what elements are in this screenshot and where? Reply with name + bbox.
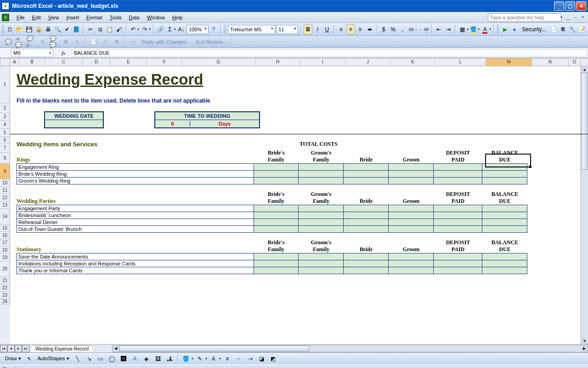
worksheet-grid[interactable]: ABCDEFGHIJKLMNO 123456789101112131415161…	[0, 58, 588, 344]
name-box[interactable]: M9	[11, 49, 53, 57]
value-cell[interactable]	[299, 260, 344, 267]
menu-file[interactable]: File	[13, 13, 28, 22]
row-header-6[interactable]: 6	[0, 137, 10, 144]
value-cell[interactable]	[254, 171, 299, 178]
prev-comment-icon[interactable]: ◀💬	[15, 37, 25, 47]
borders-dropdown-icon[interactable]: ▾	[467, 27, 469, 31]
ink-icon[interactable]: ✎	[72, 37, 82, 47]
col-header-F[interactable]: F	[147, 58, 182, 66]
row-header-19[interactable]: 19	[0, 254, 10, 261]
row-header-15[interactable]: 15	[0, 224, 10, 232]
menu-help[interactable]: Help	[169, 13, 187, 22]
row-header-22[interactable]: 22	[0, 284, 10, 292]
align-right-icon[interactable]: ≡	[356, 24, 365, 34]
value-cell[interactable]	[344, 164, 389, 171]
vbe-icon[interactable]: 📄	[549, 24, 558, 34]
value-cell[interactable]	[434, 171, 482, 178]
copy-icon[interactable]: ⧉	[96, 24, 105, 34]
control-toolbox-icon[interactable]: 🔧	[568, 24, 577, 34]
workbook-icon[interactable]: X	[2, 14, 9, 21]
select-all-button[interactable]	[0, 58, 10, 66]
rectangle-icon[interactable]: ▭	[96, 354, 106, 364]
font-name-combo[interactable]: Trebuchet MS	[228, 25, 276, 34]
fill-dropdown-icon[interactable]: ▾	[478, 27, 480, 31]
value-cell[interactable]	[254, 205, 299, 212]
reject-change-icon[interactable]: ✖	[112, 37, 122, 47]
menu-window[interactable]: Window	[143, 13, 169, 22]
picture-icon[interactable]: 🏞	[164, 354, 175, 364]
value-cell[interactable]	[482, 267, 527, 274]
row-header-14[interactable]: 14	[0, 209, 10, 224]
value-cell[interactable]	[344, 253, 389, 260]
row-header-5[interactable]: 5	[0, 129, 10, 137]
row-header-12[interactable]: 12	[0, 194, 10, 201]
value-cell[interactable]	[389, 253, 434, 260]
col-header-O[interactable]: O	[569, 58, 581, 66]
script-editor-icon[interactable]: 📝	[578, 24, 587, 34]
format-painter-icon[interactable]: 🖌	[115, 24, 124, 34]
row-header-17[interactable]: 17	[0, 239, 10, 247]
row-header-24[interactable]: 24	[0, 299, 10, 305]
tab-next-icon[interactable]: ▸	[15, 345, 22, 352]
value-cell[interactable]	[482, 212, 527, 219]
value-cell[interactable]	[482, 226, 527, 233]
item-label[interactable]: Save the Date Announcements	[17, 253, 254, 260]
item-label[interactable]: Thank you or Informal Cards	[17, 267, 254, 274]
column-headers[interactable]: ABCDEFGHIJKLMNO	[10, 58, 588, 66]
item-label[interactable]: Rehearsal Dinner	[17, 219, 254, 226]
col-header-I[interactable]: I	[300, 58, 345, 66]
scroll-left-icon[interactable]: ◀	[113, 345, 119, 352]
redo-dropdown-icon[interactable]: ▾	[149, 27, 151, 31]
col-header-N[interactable]: N	[532, 58, 569, 66]
item-label[interactable]: Engagement Ring	[17, 164, 254, 171]
font-size-combo[interactable]: 11	[276, 25, 298, 34]
value-cell[interactable]	[344, 171, 389, 178]
value-cell[interactable]	[254, 164, 299, 171]
col-header-M[interactable]: M	[486, 58, 532, 66]
value-cell[interactable]	[254, 253, 299, 260]
autosum-icon[interactable]: Σ	[166, 24, 175, 34]
track-changes-icon[interactable]: 📑	[89, 37, 99, 47]
value-cell[interactable]	[344, 267, 389, 274]
line-color-icon[interactable]: ✎	[195, 354, 205, 364]
value-cell[interactable]	[434, 205, 482, 212]
increase-indent-icon[interactable]: ⇥	[444, 24, 452, 34]
col-header-J[interactable]: J	[345, 58, 390, 66]
row-header-21[interactable]: 21	[0, 277, 10, 284]
item-label[interactable]: Invitations including Reception and Resp…	[17, 260, 254, 267]
new-comment-icon[interactable]: 💬	[3, 37, 13, 47]
tab-prev-icon[interactable]: ◂	[7, 345, 15, 352]
value-cell[interactable]	[299, 205, 344, 212]
undo-dropdown-icon[interactable]: ▾	[137, 27, 139, 31]
design-mode-icon[interactable]: 🛠	[559, 24, 567, 34]
value-cell[interactable]	[299, 164, 344, 171]
row-header-1[interactable]: 1	[0, 66, 10, 103]
diagram-icon[interactable]: ◈	[141, 354, 152, 364]
menu-data[interactable]: Data	[125, 13, 143, 22]
paste-icon[interactable]: 📋	[105, 24, 114, 34]
value-cell[interactable]	[299, 253, 344, 260]
col-header-B[interactable]: B	[19, 58, 45, 66]
help-dropdown-icon[interactable]: ▾	[560, 15, 562, 19]
row-header-3[interactable]: 3	[0, 113, 10, 121]
arrow-icon[interactable]: ↘	[84, 354, 94, 364]
print-icon[interactable]: 🖶	[44, 24, 53, 34]
oval-icon[interactable]: ◯	[107, 354, 117, 364]
underline-button[interactable]: U	[323, 24, 332, 34]
value-cell[interactable]	[389, 226, 434, 233]
row-header-11[interactable]: 11	[0, 187, 10, 194]
line-icon[interactable]: ╲	[73, 354, 83, 364]
value-cell[interactable]	[389, 205, 434, 212]
autosum-dropdown-icon[interactable]: ▾	[174, 27, 176, 31]
toolbar-grip[interactable]	[2, 25, 4, 34]
show-all-comments-icon[interactable]: 💬💬	[49, 37, 59, 47]
align-center-icon[interactable]: ≡	[346, 24, 355, 34]
value-cell[interactable]	[299, 212, 344, 219]
wedding-date-value[interactable]	[45, 120, 103, 127]
row-header-10[interactable]: 10	[0, 179, 10, 187]
decrease-indent-icon[interactable]: ⇤	[435, 24, 443, 34]
workbook-restore-button[interactable]: ▫	[572, 14, 579, 21]
row-header-4[interactable]: 4	[0, 121, 10, 129]
value-cell[interactable]	[254, 212, 299, 219]
next-comment-icon[interactable]: 💬▶	[26, 37, 36, 47]
